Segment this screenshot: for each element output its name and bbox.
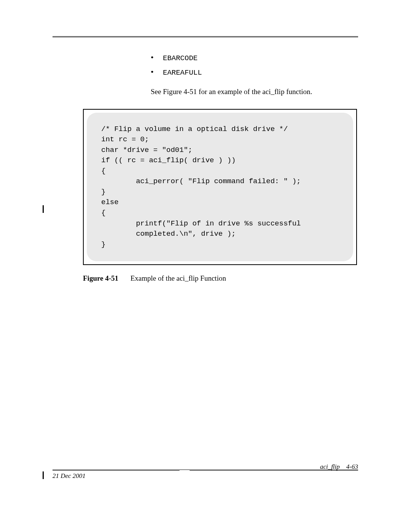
footer-right: aci_flip 4-63 xyxy=(320,463,358,471)
error-code: EBARCODE xyxy=(163,54,198,62)
page: EBARCODE EAREAFULL See Figure 4-51 for a… xyxy=(0,0,411,532)
figure-caption-text: Example of the aci_flip Function xyxy=(131,274,226,282)
footer-page: 4-63 xyxy=(346,463,358,470)
footer-section: aci_flip xyxy=(320,463,340,470)
figure-caption: Figure 4-51 Example of the aci_flip Func… xyxy=(83,274,358,283)
error-code: EAREAFULL xyxy=(163,69,202,77)
figure-label: Figure 4-51 xyxy=(83,274,129,283)
revision-bar-icon xyxy=(43,471,44,479)
revision-bar-icon xyxy=(43,205,44,213)
code-frame: /* Flip a volume in a optical disk drive… xyxy=(83,109,357,265)
top-rule xyxy=(53,36,358,37)
error-code-list: EBARCODE EAREAFULL xyxy=(151,53,358,78)
footer-date: 21 Dec 2001 xyxy=(53,472,86,480)
figure-reference: See Figure 4-51 for an example of the ac… xyxy=(151,86,358,97)
footer-rule xyxy=(53,470,358,471)
list-item: EBARCODE xyxy=(151,53,358,64)
page-content: EBARCODE EAREAFULL See Figure 4-51 for a… xyxy=(53,36,358,283)
code-block: /* Flip a volume in a optical disk drive… xyxy=(87,113,353,262)
page-footer: 21 Dec 2001 aci_flip 4-63 xyxy=(53,465,358,481)
list-item: EAREAFULL xyxy=(151,67,358,78)
